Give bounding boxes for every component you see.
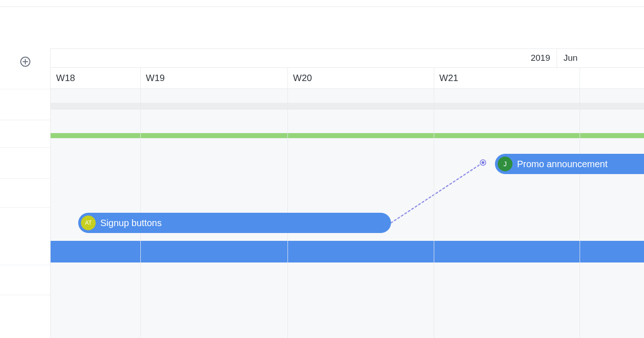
gutter-divider [0,295,50,295]
svg-line-3 [391,163,483,223]
add-task-button[interactable] [19,55,32,68]
dependency-line [386,158,488,227]
phase-band-blue[interactable] [51,241,644,262]
week-header-cell[interactable]: W20 [288,68,434,88]
week-header-cell[interactable]: W21 [434,68,580,88]
assignee-avatar[interactable]: J [498,157,512,171]
assignee-avatar[interactable]: AT [81,216,96,230]
dependency-endpoint[interactable] [480,159,486,166]
top-divider [0,0,644,7]
gantt-body[interactable]: JPromo announcementATSignup buttons [51,89,644,338]
gutter-divider [0,207,50,208]
gutter-divider [0,147,50,148]
task-label: Promo announcement [517,159,608,169]
gutter-divider [0,178,50,179]
timeline-area[interactable]: 2019 Jun W18W19W20W21 JPromo announcemen… [51,48,644,338]
month-label: Jun [557,49,644,67]
weeks-header: W18W19W20W21 [51,68,644,89]
gantt-chart: 2019 Jun W18W19W20W21 JPromo announcemen… [0,48,644,338]
year-label: 2019 [51,49,557,67]
year-month-header: 2019 Jun [51,48,644,68]
week-header-cell[interactable]: W19 [140,68,288,88]
task-bar-promo[interactable]: JPromo announcement [495,154,644,174]
task-label: Signup buttons [100,218,161,228]
header-gap [0,7,644,48]
week-gridline [580,89,580,338]
plus-circle-icon [20,56,31,67]
week-gridline [434,89,434,338]
gutter-divider [0,89,50,89]
gutter-divider [0,265,50,265]
phase-band-green[interactable] [51,133,644,138]
week-header-cell[interactable]: W18 [51,68,140,88]
task-bar-signup[interactable]: ATSignup buttons [78,213,391,233]
summary-band [51,103,644,110]
gutter-divider [0,120,50,120]
left-gutter [0,48,51,338]
